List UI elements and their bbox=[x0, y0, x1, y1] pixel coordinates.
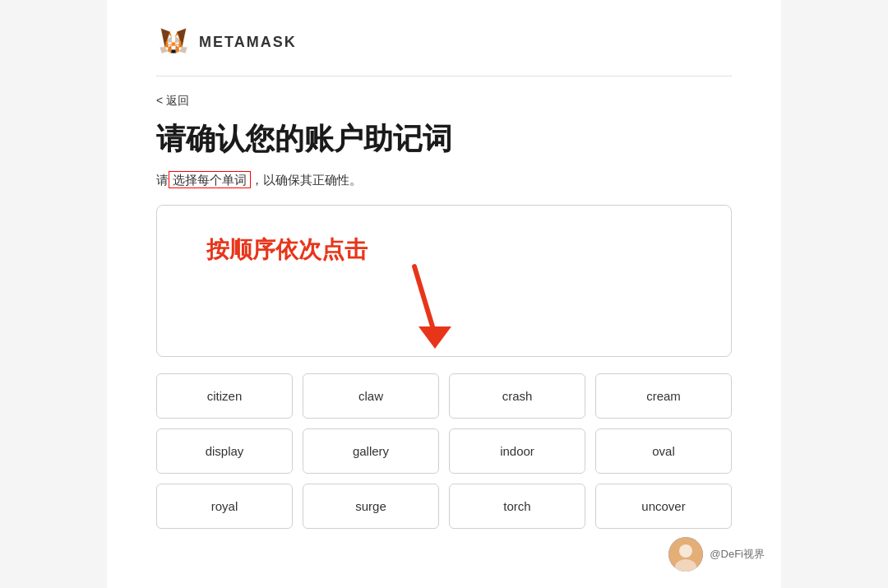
metamask-title: METAMASK bbox=[199, 34, 297, 51]
word-button-uncover[interactable]: uncover bbox=[595, 484, 732, 529]
page-title: 请确认您的账户助记词 bbox=[156, 121, 732, 156]
watermark: @DeFi视界 bbox=[668, 537, 765, 572]
word-button-surge[interactable]: surge bbox=[303, 484, 439, 529]
metamask-logo bbox=[156, 25, 191, 59]
drop-zone: 按顺序依次点击 bbox=[156, 205, 732, 357]
instruction-part1: 请 bbox=[156, 173, 169, 187]
watermark-avatar bbox=[668, 537, 703, 572]
word-grid: citizenclawcrashcreamdisplaygalleryindoo… bbox=[156, 373, 732, 529]
svg-marker-11 bbox=[176, 44, 179, 45]
word-button-torch[interactable]: torch bbox=[449, 484, 585, 529]
word-button-crash[interactable]: crash bbox=[449, 373, 585, 419]
word-button-display[interactable]: display bbox=[156, 428, 293, 474]
svg-marker-14 bbox=[161, 29, 170, 48]
watermark-label: @DeFi视界 bbox=[710, 547, 765, 562]
word-button-royal[interactable]: royal bbox=[156, 484, 293, 529]
svg-marker-28 bbox=[419, 326, 451, 349]
word-button-citizen[interactable]: citizen bbox=[156, 373, 293, 419]
word-button-oval[interactable]: oval bbox=[595, 428, 732, 474]
arrow-container bbox=[390, 262, 464, 356]
word-button-cream[interactable]: cream bbox=[595, 373, 732, 419]
main-content: METAMASK < 返回 请确认您的账户助记词 请选择每个单词，以确保其正确性… bbox=[107, 0, 781, 588]
word-button-claw[interactable]: claw bbox=[303, 373, 439, 419]
svg-marker-13 bbox=[177, 29, 186, 48]
page-wrapper: METAMASK < 返回 请确认您的账户助记词 请选择每个单词，以确保其正确性… bbox=[0, 0, 888, 588]
svg-marker-3 bbox=[160, 47, 168, 53]
red-arrow-icon bbox=[390, 262, 464, 353]
instruction-highlight: 选择每个单词 bbox=[169, 171, 251, 188]
back-link[interactable]: < 返回 bbox=[156, 94, 189, 109]
svg-point-30 bbox=[679, 544, 692, 558]
instruction-part2: ，以确保其正确性。 bbox=[251, 173, 362, 187]
svg-marker-2 bbox=[179, 47, 187, 53]
word-button-indoor[interactable]: indoor bbox=[449, 428, 585, 474]
annotation-text: 按顺序依次点击 bbox=[206, 234, 368, 266]
instruction-text: 请选择每个单词，以确保其正确性。 bbox=[156, 173, 732, 188]
header: METAMASK bbox=[156, 16, 732, 76]
word-button-gallery[interactable]: gallery bbox=[303, 428, 439, 474]
svg-line-27 bbox=[414, 266, 435, 335]
svg-marker-12 bbox=[171, 49, 176, 53]
svg-marker-10 bbox=[169, 44, 172, 45]
